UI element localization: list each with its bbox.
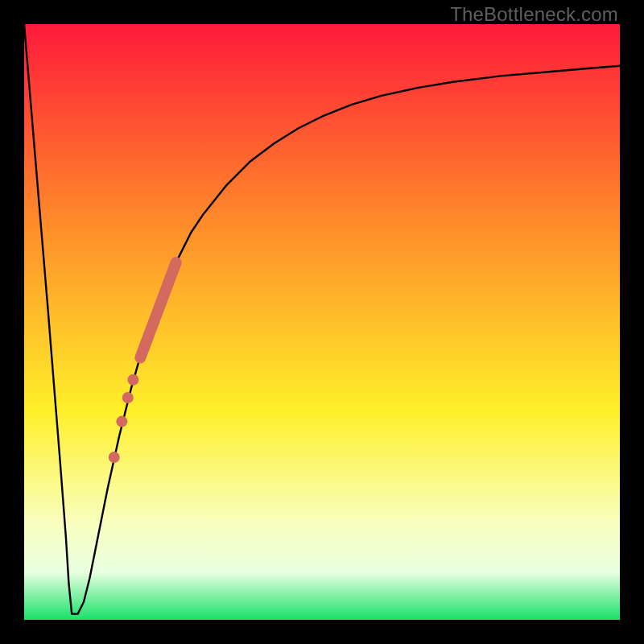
watermark-text: TheBottleneck.com: [450, 3, 618, 26]
marker-dot: [116, 416, 127, 427]
curve-markers: [109, 262, 176, 463]
marker-segment: [140, 262, 175, 357]
marker-dot: [127, 374, 138, 386]
marker-dot: [122, 392, 134, 403]
curve-layer: [24, 24, 620, 620]
bottleneck-curve: [24, 24, 620, 614]
plot-area: [24, 24, 620, 620]
chart-frame: TheBottleneck.com: [0, 0, 644, 644]
marker-dot: [109, 452, 120, 463]
